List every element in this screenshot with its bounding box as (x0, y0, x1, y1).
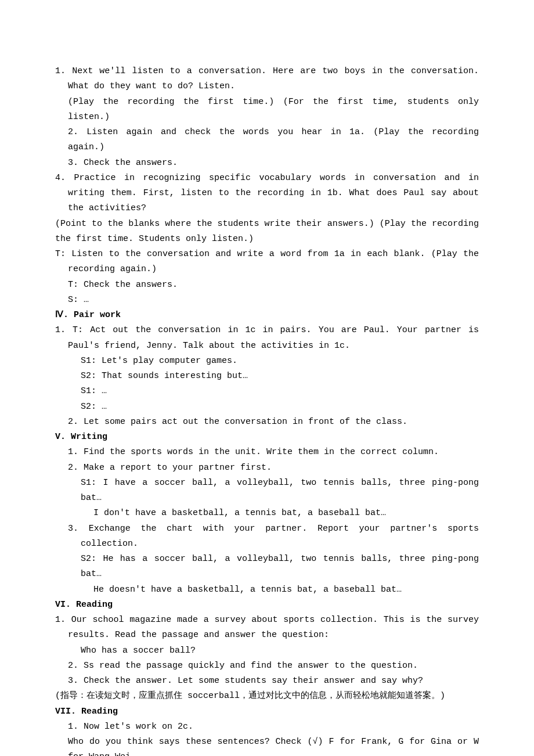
text-line: 1. Our school magazine made a survey abo… (55, 613, 479, 643)
text-line: V. Writing (55, 430, 479, 445)
text-line: Ⅳ. Pair work (55, 308, 479, 323)
text-line: 2. Ss read the passage quickly and find … (55, 658, 479, 674)
text-line: 2. Make a report to your partner first. (55, 460, 479, 476)
text-line: 2. Let some pairs act out the conversati… (55, 415, 479, 430)
text-line: S2: That sounds interesting but… (55, 369, 479, 384)
text-line: (指导：在读短文时，应重点抓住 soccerball，通过对比文中的信息，从而轻… (55, 689, 479, 704)
text-line: S1: Let's play computer games. (55, 354, 479, 369)
text-line: Who has a soccer ball? (55, 643, 479, 658)
document-page: 1. Next we'll listen to a conversation. … (0, 0, 534, 756)
text-line: S2: … (55, 399, 479, 415)
text-line: 1. Find the sports words in the unit. Wr… (55, 445, 479, 460)
text-line: Who do you think says these sentences? C… (55, 735, 479, 756)
text-line: (Point to the blanks where the students … (55, 217, 479, 247)
text-line: 2. Listen again and check the words you … (55, 125, 479, 156)
text-line: S1: … (55, 384, 479, 399)
text-line: 1. Now let's work on 2c. (55, 719, 479, 735)
text-line: T: Check the answers. (55, 278, 479, 293)
text-line: I don't have a basketball, a tennis bat,… (55, 506, 479, 521)
text-line: 1. T: Act out the conversation in 1c in … (55, 323, 479, 354)
text-line: S1: I have a soccer ball, a volleyball, … (55, 476, 479, 506)
text-line: 3. Check the answers. (55, 156, 479, 171)
text-line: VII. Reading (55, 704, 479, 719)
document-content: 1. Next we'll listen to a conversation. … (55, 64, 479, 756)
text-line: 3. Check the answer. Let some students s… (55, 674, 479, 689)
text-line: 4. Practice in recognizing specific voca… (55, 171, 479, 217)
text-line: 1. Next we'll listen to a conversation. … (55, 64, 479, 95)
text-line: 3. Exchange the chart with your partner.… (55, 521, 479, 552)
text-line: VI. Reading (55, 597, 479, 613)
text-line: S: … (55, 293, 479, 308)
text-line: He doesn't have a basketball, a tennis b… (55, 582, 479, 597)
text-line: S2: He has a soccer ball, a volleyball, … (55, 552, 479, 582)
text-line: (Play the recording the first time.) (Fo… (55, 95, 479, 125)
text-line: T: Listen to the conversation and write … (55, 247, 479, 278)
